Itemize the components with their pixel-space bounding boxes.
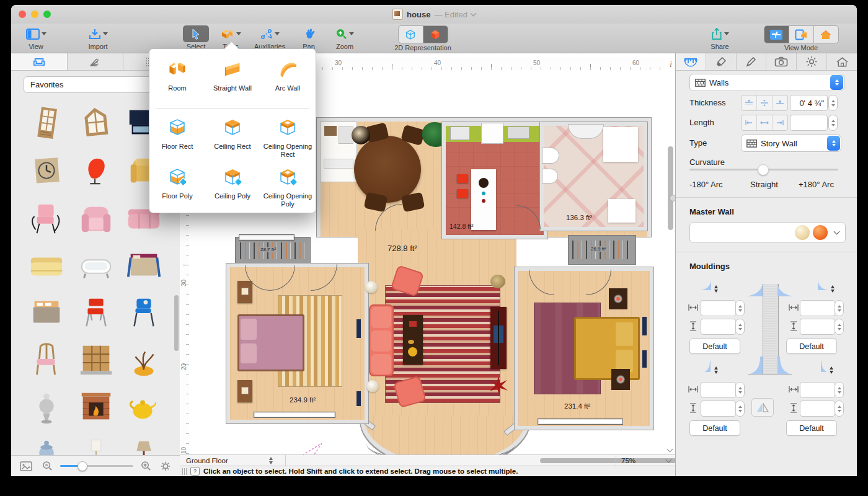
length-align-left[interactable] <box>742 115 757 130</box>
kitchen-stool[interactable] <box>457 189 468 198</box>
window-bedroom-left[interactable] <box>254 412 335 418</box>
library-scrollbar-thumb[interactable] <box>174 295 179 351</box>
view-button[interactable] <box>23 25 49 42</box>
zoom-in-icon[interactable] <box>141 461 151 471</box>
camera-view-cone[interactable] <box>275 437 324 456</box>
shower[interactable] <box>603 127 638 162</box>
auxiliaries-button[interactable] <box>257 25 283 42</box>
shape-stepper[interactable] <box>830 366 833 374</box>
crown-shape-left[interactable] <box>701 280 718 293</box>
base-shape-right[interactable] <box>820 361 833 374</box>
popover-item-ceiling-opening-poly[interactable]: Ceiling Opening Poly <box>260 167 315 208</box>
base-left-default-button[interactable]: Default <box>689 420 740 436</box>
type-select[interactable]: Story Wall <box>741 135 841 152</box>
library-item-teapot[interactable] <box>118 384 170 430</box>
popover-item-straight-wall[interactable]: Straight Wall <box>205 60 260 92</box>
shape-stepper[interactable] <box>714 285 718 293</box>
shape-stepper[interactable] <box>714 366 718 374</box>
category-stepper[interactable] <box>830 75 843 90</box>
floor-selector[interactable]: Ground Floor <box>180 455 286 466</box>
bed-pink[interactable] <box>237 314 304 371</box>
toilet[interactable] <box>542 148 559 163</box>
canvas-horizontal-scrollbar[interactable] <box>280 455 626 466</box>
library-item-chair-red[interactable] <box>70 290 122 336</box>
library-item-samovar[interactable] <box>20 384 73 430</box>
material-sphere-cream[interactable] <box>795 225 810 240</box>
select-tool-button[interactable] <box>183 25 209 42</box>
library-item-bed-blue[interactable] <box>118 243 170 289</box>
library-item-bonsai-tree[interactable] <box>118 337 170 383</box>
library-item-chair-blue[interactable] <box>118 290 170 336</box>
library-item-armchair-pink[interactable] <box>70 196 122 242</box>
library-item-shelving-unit[interactable] <box>70 337 122 383</box>
base-left-height-field[interactable] <box>701 401 736 417</box>
type-stepper[interactable] <box>827 136 840 151</box>
tab-building[interactable] <box>827 53 857 70</box>
thickness-align-top[interactable] <box>742 95 757 110</box>
mirror-mouldings-button[interactable] <box>751 398 774 417</box>
bathroom-table[interactable] <box>608 199 636 223</box>
close-window-button[interactable] <box>19 11 26 18</box>
tab-light[interactable] <box>797 53 827 70</box>
thickness-align-bottom[interactable] <box>773 95 787 110</box>
thumbnail-size-slider[interactable] <box>60 465 133 467</box>
tab-furniture[interactable] <box>11 53 68 70</box>
minimize-window-button[interactable] <box>31 11 38 18</box>
room-bathroom[interactable]: 136.3 ft² <box>540 122 647 231</box>
curvature-slider[interactable] <box>689 169 838 170</box>
pan-button[interactable] <box>296 25 322 42</box>
popover-item-ceiling-opening-rect[interactable]: Ceiling Opening Rect <box>260 117 315 158</box>
library-item-egg-chair[interactable] <box>70 148 122 193</box>
popover-item-ceiling-poly[interactable]: Ceiling Poly <box>205 167 260 200</box>
library-item-floor-lamp[interactable] <box>70 432 122 455</box>
crown-left-width-field[interactable] <box>701 300 736 316</box>
base-left-width-field[interactable] <box>701 382 736 398</box>
crown-right-width-field[interactable] <box>800 300 835 316</box>
stepper[interactable] <box>835 401 844 417</box>
tools-button[interactable] <box>218 25 244 42</box>
tab-wall-properties[interactable] <box>676 53 706 70</box>
base-right-default-button[interactable]: Default <box>786 420 837 436</box>
help-icon[interactable]: ? <box>190 467 200 476</box>
library-item-chair-wood[interactable] <box>20 337 73 383</box>
stepper[interactable] <box>735 401 745 417</box>
title-chevron-icon[interactable] <box>470 11 476 17</box>
wardrobe[interactable]: 28.7 ft² <box>236 237 310 264</box>
kitchen-counter[interactable] <box>321 122 356 182</box>
status-grip-icon[interactable] <box>182 468 187 475</box>
base-right-height-field[interactable] <box>800 401 835 417</box>
info-button[interactable]: i <box>670 60 672 69</box>
length-align-center-h[interactable] <box>757 115 773 130</box>
stepper[interactable] <box>735 382 745 398</box>
inspector-category-select[interactable]: Walls <box>689 74 844 91</box>
thickness-field[interactable]: 0' 4 ¾" <box>790 95 828 111</box>
thickness-align-center[interactable] <box>757 95 773 110</box>
stepper[interactable] <box>835 382 844 398</box>
nightstand[interactable] <box>237 380 252 402</box>
2d-solid-button[interactable] <box>423 26 448 43</box>
import-button[interactable] <box>85 25 111 42</box>
zoom-level-control[interactable]: 75% <box>616 455 676 466</box>
floor-speaker[interactable] <box>352 126 370 144</box>
view-mode-3d-button[interactable] <box>814 26 838 43</box>
nightstand-speaker[interactable] <box>611 369 630 390</box>
tab-materials[interactable] <box>68 53 124 70</box>
library-item-table-lamp[interactable] <box>118 432 170 455</box>
library-item-bed-gray[interactable] <box>20 290 73 336</box>
popover-item-floor-rect[interactable]: Floor Rect <box>150 117 205 151</box>
nightstand-speaker[interactable] <box>609 288 627 309</box>
view-mode-split-button[interactable] <box>789 26 814 43</box>
popover-item-ceiling-rect[interactable]: Ceiling Rect <box>205 117 260 151</box>
base-right-width-field[interactable] <box>800 382 835 398</box>
curvature-slider-thumb[interactable] <box>758 164 769 175</box>
popover-item-arc-wall[interactable]: Arc Wall <box>260 60 315 92</box>
window-wardrobe[interactable] <box>239 234 294 241</box>
library-item-arched-window[interactable] <box>70 100 122 146</box>
bed-gold[interactable] <box>574 317 640 380</box>
crown-left-height-field[interactable] <box>701 319 736 335</box>
library-item-door[interactable] <box>20 100 73 146</box>
shape-stepper[interactable] <box>831 285 835 293</box>
sofa-red[interactable] <box>369 304 394 376</box>
tab-camera[interactable] <box>766 53 797 70</box>
bathroom-sink[interactable] <box>569 125 603 138</box>
